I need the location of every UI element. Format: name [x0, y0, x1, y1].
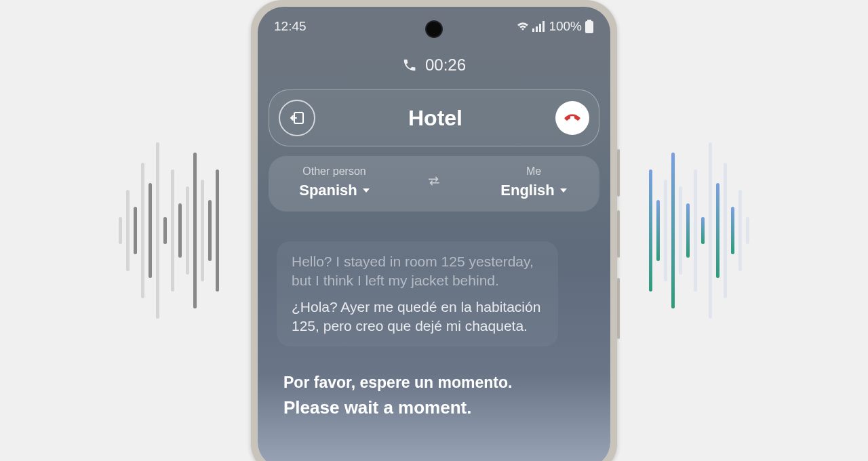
status-icons: 100% — [516, 19, 594, 34]
svg-rect-5 — [585, 21, 593, 33]
soundwave-decoration-right — [649, 142, 749, 319]
my-language-value: English — [500, 182, 554, 199]
svg-rect-4 — [587, 20, 591, 21]
collapse-button[interactable] — [279, 100, 315, 136]
their-message-translated: Por favor, espere un momento. — [283, 374, 585, 392]
other-language-select[interactable]: Spanish — [299, 182, 370, 199]
call-header-card: Hotel — [269, 89, 599, 146]
call-duration: 00:26 — [258, 56, 610, 75]
me-label: Me — [526, 165, 541, 178]
battery-percent: 100% — [549, 19, 582, 34]
front-camera — [425, 20, 443, 38]
my-message-translated: ¿Hola? Ayer me quedé en la habitación 12… — [292, 298, 543, 336]
other-language-value: Spanish — [299, 182, 357, 199]
chevron-down-icon — [560, 188, 567, 193]
call-timer: 00:26 — [425, 56, 466, 75]
power-button — [617, 278, 620, 339]
battery-icon — [585, 20, 594, 33]
svg-rect-1 — [536, 26, 538, 32]
chevron-down-icon — [363, 188, 370, 193]
volume-down-button — [617, 210, 620, 258]
their-message-original: Please wait a moment. — [283, 397, 585, 418]
swap-icon — [427, 174, 441, 188]
collapse-icon — [289, 110, 305, 126]
swap-languages-button[interactable] — [427, 174, 441, 191]
my-language-select[interactable]: English — [500, 182, 566, 199]
clock: 12:45 — [274, 19, 307, 34]
phone-frame: 12:45 100% 00:26 Hotel — [251, 0, 617, 461]
signal-icon — [532, 21, 545, 32]
transcript: Hello? I stayed in room 125 yesterday, b… — [277, 241, 591, 418]
hangup-button[interactable] — [555, 101, 589, 135]
contact-name: Hotel — [408, 106, 462, 131]
my-message-bubble: Hello? I stayed in room 125 yesterday, b… — [277, 241, 558, 346]
their-message: Por favor, espere un momento. Please wai… — [283, 374, 585, 418]
svg-rect-2 — [539, 24, 541, 32]
phone-icon — [402, 58, 417, 73]
language-selector-card: Other person Spanish Me English — [269, 156, 599, 212]
wifi-icon — [516, 21, 530, 32]
other-person-label: Other person — [302, 165, 366, 178]
soundwave-decoration-left — [119, 142, 219, 319]
hangup-icon — [562, 108, 583, 128]
my-message-original: Hello? I stayed in room 125 yesterday, b… — [292, 252, 543, 291]
svg-rect-3 — [542, 21, 545, 32]
svg-rect-0 — [532, 28, 534, 32]
volume-up-button — [617, 149, 620, 197]
phone-screen: 12:45 100% 00:26 Hotel — [258, 7, 610, 461]
